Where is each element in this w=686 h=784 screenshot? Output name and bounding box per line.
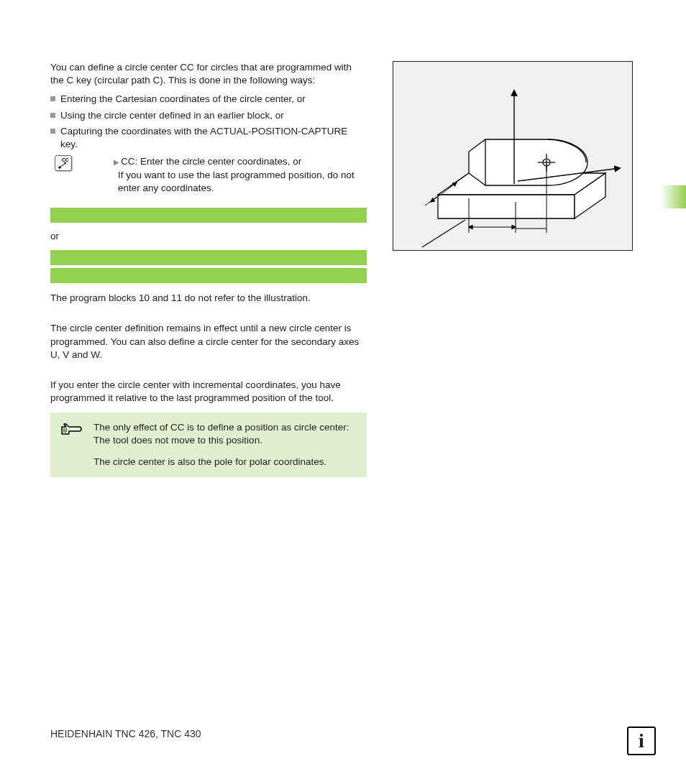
info-glyph: i — [639, 731, 644, 751]
cc-instruction-2: If you want to use the last programmed p… — [118, 169, 367, 195]
pointing-hand-icon — [59, 421, 83, 442]
tip-text-2: The circle center is also the pole for p… — [93, 456, 357, 469]
svg-line-19 — [425, 197, 436, 206]
bullet-list: Entering the Cartesian coordinates of th… — [50, 93, 367, 151]
footer-text: HEIDENHAIN TNC 426, TNC 430 — [50, 727, 201, 741]
list-item: Using the circle center defined in an ea… — [50, 109, 367, 122]
cc-instruction-1: CC: Enter the circle center coordinates,… — [118, 155, 367, 168]
page-content: You can define a circle center CC for ci… — [0, 0, 686, 477]
code-line — [50, 268, 367, 283]
tip-callout: The only effect of CC is to define a pos… — [50, 412, 367, 478]
note-paragraph: The program blocks 10 and 11 do not refe… — [50, 292, 367, 305]
or-label: or — [50, 230, 367, 243]
code-line — [50, 250, 367, 265]
svg-line-12 — [422, 220, 465, 247]
circle-center-diagram — [393, 61, 633, 251]
incremental-paragraph: If you enter the circle center with incr… — [50, 379, 367, 405]
duration-paragraph: The circle center definition remains in … — [50, 322, 367, 361]
code-line — [50, 208, 367, 223]
info-icon: i — [627, 727, 656, 755]
triangle-right-icon: ▶ — [114, 157, 119, 167]
tip-text-1: The only effect of CC is to define a pos… — [93, 421, 357, 447]
intro-paragraph: You can define a circle center CC for ci… — [50, 61, 367, 87]
list-item: Entering the Cartesian coordinates of th… — [50, 93, 367, 106]
cc-key-icon — [55, 155, 72, 171]
svg-marker-8 — [438, 195, 575, 218]
list-item: Capturing the coordinates with the ACTUA… — [50, 125, 367, 151]
